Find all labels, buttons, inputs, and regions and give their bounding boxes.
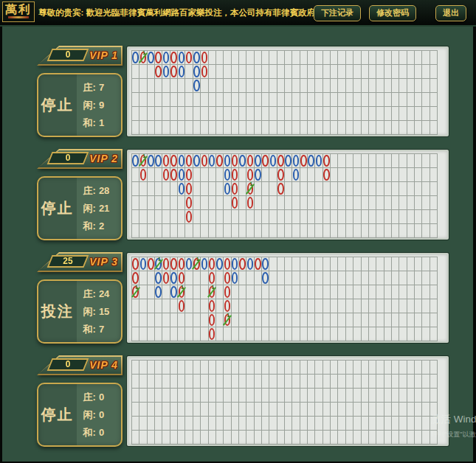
player-result-circle: [179, 155, 185, 167]
banker-result-circle: [170, 52, 177, 63]
tie-count-digit: 1: [142, 153, 145, 159]
tie-count-digit: 1: [196, 257, 199, 262]
change-password-button[interactable]: 修改密码: [369, 5, 416, 21]
vip2-road-grid: 11: [131, 153, 438, 238]
tie-count-digit: 1: [211, 285, 214, 290]
vip3-banker-count: 庄:24: [83, 288, 121, 301]
player-result-circle: 1: [155, 258, 162, 270]
banker-value: 24: [99, 288, 109, 299]
banker-result-circle: [179, 300, 185, 312]
vip1-stats: 庄:7 闲:9 和:1: [77, 74, 121, 136]
welcome-marquee: 尊敬的贵宾: 歡迎光臨菲律賓萬利網路百家樂投注，本公司持有菲律賓政府批出的合法博…: [38, 0, 347, 25]
vip4-amount: 0: [49, 358, 86, 371]
player-result-circle: [163, 52, 170, 63]
vip2-statbox: 停止 庄:28 闲:21 和:2: [37, 176, 123, 240]
header-bar: 萬利 尊敬的贵宾: 歡迎光臨菲律賓萬利網路百家樂投注，本公司持有菲律賓政府批出的…: [0, 0, 476, 27]
banker-result-circle: [232, 197, 238, 209]
player-result-circle: [193, 52, 200, 63]
vip4-tie-count: 和:0: [83, 426, 121, 439]
vip4-status: 停止: [38, 384, 77, 445]
banker-result-circle: [232, 155, 238, 167]
player-result-circle: [193, 155, 200, 167]
banker-result-circle: [201, 52, 208, 63]
banker-result-circle: [170, 66, 177, 77]
player-result-circle: [224, 169, 231, 181]
player-result-circle: [308, 155, 314, 167]
vip1-road-grid: 1: [131, 50, 438, 135]
vip1-statbox: 停止 庄:7 闲:9 和:1: [37, 73, 123, 137]
vip2-tie-count: 和:2: [83, 220, 121, 233]
banker-result-circle: [132, 258, 139, 270]
banker-label: 庄:: [83, 288, 96, 299]
tie-count-digit: 1: [249, 181, 252, 187]
banker-result-circle: [247, 155, 254, 167]
vip2-banker-count: 庄:28: [83, 184, 121, 198]
tie-count-digit: 1: [227, 313, 230, 318]
casino-lobby-screen: 萬利 尊敬的贵宾: 歡迎光臨菲律賓萬利網路百家樂投注，本公司持有菲律賓政府批出的…: [0, 0, 476, 463]
banker-result-circle: [323, 169, 330, 181]
vip3-section: 25 VIP 3 投注 庄:24 闲:15 和:7 111111: [0, 252, 476, 344]
vip2-player-count: 闲:21: [83, 202, 121, 215]
banker-result-circle: [140, 169, 147, 181]
vip1-section: 0 VIP 1 停止 庄:7 闲:9 和:1 1: [0, 46, 476, 137]
banker-result-circle: [277, 169, 284, 181]
vip3-name: VIP 3: [89, 256, 118, 268]
player-result-circle: [293, 155, 300, 167]
vip2-amount: 0: [49, 152, 86, 164]
tie-count-digit: 1: [158, 257, 161, 262]
vip3-panel: 25 VIP 3 投注 庄:24 闲:15 和:7: [37, 252, 123, 344]
player-result-circle: [170, 272, 177, 284]
banker-result-circle: [163, 272, 170, 284]
tie-label: 和:: [83, 324, 96, 335]
player-result-circle: [155, 286, 162, 298]
player-result-circle: [193, 66, 200, 77]
banker-result-circle: [209, 272, 215, 284]
banker-result-circle: [232, 169, 238, 181]
banker-result-circle: [186, 197, 193, 209]
banker-result-circle: [247, 169, 254, 181]
vip2-road-board[interactable]: 11: [127, 150, 449, 240]
player-result-circle: [155, 272, 162, 284]
vip3-road-board[interactable]: 111111: [127, 253, 449, 343]
bet-history-button[interactable]: 下注记录: [314, 5, 361, 21]
banker-result-circle: [209, 314, 215, 326]
vip3-badge: 25 VIP 3: [37, 252, 123, 272]
banker-result-circle: [186, 211, 193, 223]
vip2-section: 0 VIP 2 停止 庄:28 闲:21 和:2 11: [0, 149, 476, 240]
player-label: 闲:: [83, 100, 96, 111]
banker-result-circle: [239, 258, 246, 270]
banker-result-circle: [163, 155, 170, 167]
tie-label: 和:: [83, 220, 96, 232]
banker-label: 庄:: [83, 391, 96, 403]
player-result-circle: [132, 52, 139, 63]
player-result-circle: [255, 169, 261, 181]
vip3-player-count: 闲:15: [83, 305, 121, 318]
vip1-status: 停止: [38, 74, 77, 136]
vip1-road-board[interactable]: 1: [127, 46, 449, 136]
vip2-panel: 0 VIP 2 停止 庄:28 闲:21 和:2: [37, 149, 123, 240]
player-result-circle: [285, 155, 292, 167]
banker-result-circle: [179, 258, 185, 270]
banker-result-circle: [209, 300, 215, 312]
banker-result-circle: [155, 66, 162, 77]
banker-result-circle: [262, 155, 269, 167]
vip4-road-board[interactable]: [127, 356, 449, 446]
banker-label: 庄:: [83, 185, 96, 196]
banker-result-circle: [224, 286, 231, 298]
banker-result-circle: 1: [179, 286, 185, 298]
banker-result-circle: [216, 155, 223, 167]
vip1-banker-count: 庄:7: [83, 81, 121, 94]
player-result-circle: [255, 155, 261, 167]
player-result-circle: [186, 258, 193, 270]
vip2-status: 停止: [38, 178, 77, 239]
tie-label: 和:: [83, 117, 96, 128]
player-result-circle: [132, 155, 139, 167]
header-buttons: 下注记录 修改密码 退出: [306, 5, 466, 21]
player-result-circle: [216, 258, 223, 270]
banker-result-circle: [148, 258, 154, 270]
logout-button[interactable]: 退出: [435, 5, 466, 21]
player-result-circle: [224, 183, 231, 195]
vip4-stats: 庄:0 闲:0 和:0: [77, 384, 121, 445]
vip1-panel: 0 VIP 1 停止 庄:7 闲:9 和:1: [37, 46, 123, 137]
tie-label: 和:: [83, 427, 96, 438]
